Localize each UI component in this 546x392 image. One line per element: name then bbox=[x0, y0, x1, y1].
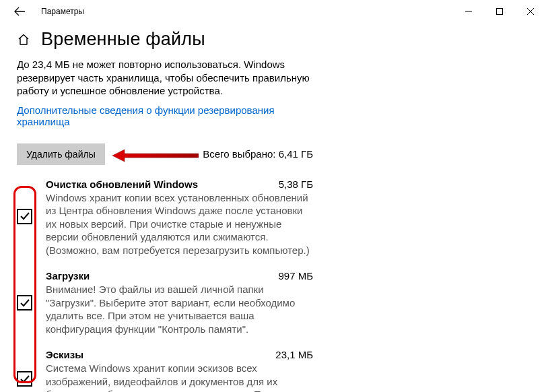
close-icon bbox=[527, 8, 534, 15]
content-area: Временные файлы До 23,4 МБ не может повт… bbox=[0, 22, 330, 392]
window-controls bbox=[453, 0, 546, 22]
home-icon[interactable] bbox=[17, 33, 30, 46]
item-title: Очистка обновлений Windows bbox=[46, 178, 198, 190]
checkmark-icon bbox=[20, 298, 30, 308]
list-item: Эскизы23,1 МБСистема Windows хранит копи… bbox=[17, 349, 313, 392]
item-head: Эскизы23,1 МБ bbox=[46, 349, 313, 360]
maximize-button[interactable] bbox=[484, 0, 515, 22]
item-size: 5,38 ГБ bbox=[279, 178, 313, 190]
cleanup-list: Очистка обновлений Windows5,38 ГБWindows… bbox=[17, 178, 313, 393]
item-description: Внимание! Это файлы из вашей личной папк… bbox=[46, 283, 313, 335]
delete-files-button[interactable]: Удалить файлы bbox=[17, 143, 105, 165]
checkmark-icon bbox=[20, 211, 30, 222]
checkbox[interactable] bbox=[17, 371, 32, 387]
item-head: Очистка обновлений Windows5,38 ГБ bbox=[46, 178, 313, 190]
svg-rect-0 bbox=[497, 8, 503, 14]
back-button[interactable] bbox=[8, 0, 31, 22]
checkmark-icon bbox=[20, 374, 30, 385]
item-body: Загрузки997 МБВнимание! Это файлы из ваш… bbox=[46, 270, 313, 335]
maximize-icon bbox=[496, 8, 503, 15]
item-size: 997 МБ bbox=[278, 270, 313, 282]
item-body: Эскизы23,1 МБСистема Windows хранит копи… bbox=[46, 349, 313, 392]
header-row: Временные файлы bbox=[17, 29, 313, 50]
list-item: Очистка обновлений Windows5,38 ГБWindows… bbox=[17, 178, 313, 257]
page-description: До 23,4 МБ не может повторно использоват… bbox=[17, 58, 313, 98]
storage-reserve-link[interactable]: Дополнительные сведения о функции резерв… bbox=[17, 104, 313, 127]
close-button[interactable] bbox=[515, 0, 546, 22]
checkbox[interactable] bbox=[17, 209, 32, 224]
list-item: Загрузки997 МБВнимание! Это файлы из ваш… bbox=[17, 270, 313, 335]
item-title: Эскизы bbox=[46, 349, 83, 360]
item-size: 23,1 МБ bbox=[275, 349, 313, 360]
total-value: 6,41 ГБ bbox=[279, 148, 313, 160]
annotation-arrow-icon bbox=[111, 148, 199, 164]
total-prefix: Всего выбрано: bbox=[203, 148, 279, 160]
page-title: Временные файлы bbox=[41, 29, 205, 50]
item-body: Очистка обновлений Windows5,38 ГБWindows… bbox=[46, 178, 313, 257]
titlebar: Параметры bbox=[0, 0, 546, 22]
arrow-left-icon bbox=[13, 5, 26, 18]
item-title: Загрузки bbox=[46, 270, 90, 282]
total-selected-label: Всего выбрано: 6,41 ГБ bbox=[203, 148, 313, 160]
minimize-button[interactable] bbox=[453, 0, 484, 22]
item-head: Загрузки997 МБ bbox=[46, 270, 313, 282]
minimize-icon bbox=[465, 8, 472, 15]
item-description: Система Windows хранит копии эскизов все… bbox=[46, 362, 313, 392]
item-description: Windows хранит копии всех установленных … bbox=[46, 191, 313, 257]
checkbox[interactable] bbox=[17, 295, 32, 311]
action-row: Удалить файлы Всего выбрано: 6,41 ГБ bbox=[17, 143, 313, 165]
window-title: Параметры bbox=[41, 7, 84, 16]
